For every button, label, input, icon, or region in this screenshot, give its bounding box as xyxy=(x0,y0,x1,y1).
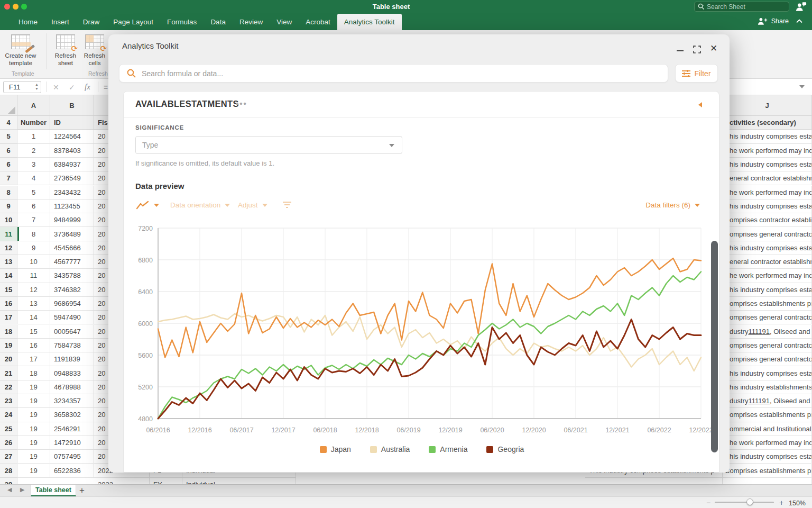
column-header-A[interactable]: A xyxy=(17,95,50,116)
cell[interactable]: omprises contractor establishm xyxy=(723,213,812,227)
row-header-5[interactable]: 5 xyxy=(0,130,17,143)
sheet-tab-table-sheet[interactable]: Table sheet xyxy=(31,485,76,496)
cell[interactable]: 10 xyxy=(17,255,50,269)
cell[interactable]: he work performed may include xyxy=(723,269,812,283)
cancel-icon[interactable]: ✕ xyxy=(53,79,59,95)
row-header-11[interactable]: 11 xyxy=(0,227,17,241)
cell[interactable]: his industry comprises establish xyxy=(723,241,812,255)
cell[interactable]: his industry comprises establish xyxy=(723,283,812,297)
refresh-cells-button[interactable]: ⟳ Refreshcells xyxy=(81,34,108,67)
cell[interactable]: 19 xyxy=(17,394,50,408)
cell[interactable]: his industry comprises establish xyxy=(723,199,812,213)
cell[interactable]: ID xyxy=(50,116,94,130)
zoom-out-icon[interactable]: − xyxy=(706,498,710,507)
zoom-in-icon[interactable]: + xyxy=(779,498,783,507)
cell[interactable]: 19 xyxy=(17,422,50,436)
column-header-J[interactable]: J xyxy=(723,95,812,116)
formula-bar-expand-icon[interactable] xyxy=(799,85,805,88)
cell[interactable]: his industry comprises establish xyxy=(723,130,812,143)
row-header-29[interactable]: 29 xyxy=(0,478,17,484)
row-header-4[interactable]: 4 xyxy=(0,116,17,130)
cell[interactable]: 0757495 xyxy=(50,450,94,464)
row-header-14[interactable]: 14 xyxy=(0,269,17,283)
dialog-scrollbar[interactable] xyxy=(711,241,718,452)
titlebar-search-input[interactable]: Search Sheet xyxy=(694,2,789,12)
add-sheet-button[interactable]: + xyxy=(79,485,85,496)
adjust-dropdown[interactable]: Adjust xyxy=(238,201,267,209)
select-all-corner[interactable] xyxy=(0,95,17,116)
cell[interactable]: 5 xyxy=(17,186,50,199)
cell[interactable]: dustry 111191, Oilseed and Gra xyxy=(723,394,812,408)
row-header-10[interactable]: 10 xyxy=(0,213,17,227)
ribbon-tab-acrobat[interactable]: Acrobat xyxy=(299,14,337,30)
cell[interactable]: ommercial and Institutional Bui xyxy=(723,422,812,436)
zoom-slider[interactable] xyxy=(715,502,774,503)
industry-code-link[interactable]: 111191 xyxy=(748,397,770,405)
cell[interactable]: 7584738 xyxy=(50,339,94,352)
cell[interactable]: 4678988 xyxy=(50,380,94,394)
feedback-person-icon[interactable] xyxy=(795,2,807,12)
cell[interactable]: his industry establishments prin xyxy=(723,380,812,394)
cell[interactable]: 3736489 xyxy=(50,227,94,241)
cell[interactable]: omprises general contractor es xyxy=(723,339,812,352)
cell[interactable]: eneral contractor establishmen xyxy=(723,255,812,269)
cell[interactable]: 6384937 xyxy=(50,158,94,171)
dialog-close-icon[interactable]: ✕ xyxy=(710,43,717,54)
cell[interactable] xyxy=(723,478,812,484)
cell[interactable]: his industry comprises establish xyxy=(723,158,812,171)
formula-menu-icon[interactable]: ••• xyxy=(236,99,247,108)
cell[interactable]: 7 xyxy=(17,213,50,227)
ribbon-tab-home[interactable]: Home xyxy=(12,14,44,30)
row-header-12[interactable]: 12 xyxy=(0,241,17,255)
cell[interactable]: omprises establishments prima xyxy=(723,297,812,311)
name-box[interactable]: F11 ▲▼ xyxy=(3,81,41,93)
cell[interactable]: he work performed may include xyxy=(723,436,812,450)
accept-icon[interactable]: ✓ xyxy=(69,79,75,95)
data-filters-dropdown[interactable]: Data filters (6) xyxy=(645,201,700,209)
cell[interactable]: omprises general contractor es xyxy=(723,311,812,324)
row-header-9[interactable]: 9 xyxy=(0,199,17,213)
collapse-panel-icon[interactable] xyxy=(698,102,702,107)
cell[interactable]: 9484999 xyxy=(50,213,94,227)
cell[interactable]: 2343432 xyxy=(50,186,94,199)
row-header-25[interactable]: 25 xyxy=(0,422,17,436)
cell[interactable]: 1191839 xyxy=(50,352,94,366)
cell[interactable]: 3658302 xyxy=(50,408,94,422)
cell[interactable]: 14 xyxy=(17,311,50,324)
row-header-28[interactable]: 28 xyxy=(0,464,17,478)
cell[interactable]: 4567777 xyxy=(50,255,94,269)
cell[interactable]: 8378403 xyxy=(50,144,94,158)
row-header-19[interactable]: 19 xyxy=(0,339,17,352)
refresh-sheet-button[interactable]: ⟳ Refreshsheet xyxy=(52,34,79,67)
cell[interactable]: Individual xyxy=(182,478,296,484)
chart-type-button[interactable] xyxy=(136,201,159,210)
cell[interactable]: 2022 xyxy=(94,478,150,484)
cell[interactable]: 12 xyxy=(17,283,50,297)
ribbon-tab-draw[interactable]: Draw xyxy=(76,14,107,30)
row-header-6[interactable]: 6 xyxy=(0,144,17,158)
type-dropdown[interactable]: Type xyxy=(135,136,402,154)
dialog-maximize-icon[interactable] xyxy=(693,46,701,53)
cell[interactable]: FY xyxy=(150,478,182,484)
cell[interactable]: his industry comprises establish xyxy=(723,450,812,464)
cell[interactable]: 3435788 xyxy=(50,269,94,283)
dialog-minimize-icon[interactable] xyxy=(677,50,684,51)
cell[interactable]: omprises general contractor es xyxy=(723,352,812,366)
row-header-7[interactable]: 7 xyxy=(0,171,17,185)
row-header-21[interactable]: 21 xyxy=(0,366,17,380)
cell[interactable]: Comprises establishments prima xyxy=(723,464,812,478)
ribbon-tab-data[interactable]: Data xyxy=(204,14,233,30)
cell[interactable]: he work performed may include xyxy=(723,186,812,199)
cell[interactable]: he work performed may include xyxy=(723,144,812,158)
zoom-slider-thumb[interactable] xyxy=(746,498,753,505)
cell[interactable]: 0005647 xyxy=(50,325,94,339)
cell[interactable]: his industry comprises establish xyxy=(723,366,812,380)
filter-button[interactable]: Filter xyxy=(675,64,718,83)
cell[interactable]: 13 xyxy=(17,297,50,311)
row-header-23[interactable]: 23 xyxy=(0,394,17,408)
cell[interactable]: dustry 111191, Oilseed and Gra xyxy=(723,325,812,339)
cell[interactable]: 1 xyxy=(17,130,50,143)
cell[interactable]: 9686954 xyxy=(50,297,94,311)
row-header-18[interactable]: 18 xyxy=(0,325,17,339)
row-header-27[interactable]: 27 xyxy=(0,450,17,464)
